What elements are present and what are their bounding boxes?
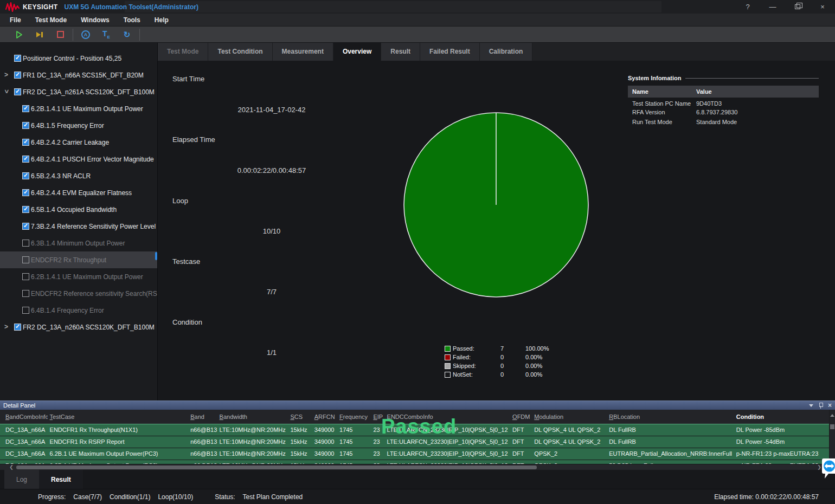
tree-item[interactable]: 6.4B.1.4 Frequency Error xyxy=(0,302,157,319)
tree-item[interactable]: 6.3B.1.4 Minimum Output Power xyxy=(0,235,157,251)
detail-vertical-scrollbar[interactable] xyxy=(829,410,835,464)
tree-item[interactable]: 6.5B.2.4.3 NR ACLR xyxy=(0,167,157,184)
teamviewer-icon[interactable] xyxy=(822,458,835,483)
menu-help[interactable]: Help xyxy=(155,16,169,24)
minimize-button[interactable]: — xyxy=(760,0,785,14)
col-bandwidth[interactable]: Bandwidth xyxy=(217,410,288,424)
col-condition[interactable]: Condition xyxy=(734,410,830,424)
chevron-down-icon[interactable]: > xyxy=(3,89,10,93)
col-bandcomboinfo[interactable]: BandComboInfo xyxy=(0,410,48,424)
tree-item[interactable]: 6.4B.2.4.4 EVM Equalizer Flatness xyxy=(0,184,157,201)
col-rblocation[interactable]: RBLocation xyxy=(607,410,734,424)
menu-windows[interactable]: Windows xyxy=(81,16,110,24)
close-button[interactable]: × xyxy=(810,0,835,14)
test-equipment-button[interactable]: TE xyxy=(96,28,117,42)
tab-test-mode[interactable]: Test Mode xyxy=(158,43,208,61)
tree-item[interactable]: 6.2B.1.4.1 UE Maximum Output Power xyxy=(0,100,157,117)
chevron-right-icon[interactable]: > xyxy=(4,70,8,78)
run-button[interactable] xyxy=(9,28,29,42)
checkbox-checked-icon[interactable] xyxy=(22,223,29,230)
col-modulation[interactable]: Modulation xyxy=(532,410,607,424)
table-row[interactable]: DC_13A_n66A6.2B.1 UE Maximum Output Powe… xyxy=(0,460,830,464)
tree-item-selected[interactable]: ENDCFR2 Rx Throughput xyxy=(0,251,157,268)
tree-item-positioner-control[interactable]: Positioner Control - Position 45,25 xyxy=(0,50,157,67)
tab-overview[interactable]: Overview xyxy=(333,43,381,61)
tab-result[interactable]: Result xyxy=(381,43,420,61)
stop-button[interactable] xyxy=(50,28,70,42)
menu-tools[interactable]: Tools xyxy=(124,16,140,24)
tree-item-fr2-n261a[interactable]: >FR2 DC_13A_n261A SCS120K_DFT_B100M xyxy=(0,83,157,100)
tab-calibration[interactable]: Calibration xyxy=(480,43,533,61)
pin-icon[interactable] xyxy=(819,403,823,409)
checkbox-checked-icon[interactable] xyxy=(22,139,29,146)
cell: DL QPSK_4 UL QPSK_2 xyxy=(532,436,607,448)
checkbox-checked-icon[interactable] xyxy=(14,88,21,95)
checkbox-checked-icon[interactable] xyxy=(22,172,29,179)
checkbox-unchecked-icon[interactable] xyxy=(22,290,29,297)
tab-result-bottom[interactable]: Result xyxy=(39,470,83,489)
tab-measurement[interactable]: Measurement xyxy=(273,43,333,61)
tree-item[interactable]: 7.3B.2.4 Reference Sensitivity Power Lev… xyxy=(0,218,157,235)
help-button[interactable]: ? xyxy=(735,0,760,14)
checkbox-checked-icon[interactable] xyxy=(14,324,21,331)
menu-test-mode[interactable]: Test Mode xyxy=(35,16,67,24)
tree-item[interactable]: 6.4B.2.4.1 PUSCH Error Vector Magnitude xyxy=(0,151,157,167)
checkbox-unchecked-icon[interactable] xyxy=(22,256,29,263)
schedule-button[interactable]: A xyxy=(75,28,96,42)
cell: n66@B13 xyxy=(188,460,217,464)
legend-label: Failed: xyxy=(453,354,500,360)
vscrollbar-thumb[interactable] xyxy=(830,424,834,429)
scroll-left-icon[interactable]: ❮ xyxy=(8,464,15,470)
tree-scrollbar-thumb[interactable] xyxy=(155,252,157,260)
scroll-up-icon[interactable] xyxy=(830,414,834,417)
cell: DL Power -54dBm xyxy=(734,436,830,448)
restore-button[interactable] xyxy=(785,0,810,14)
detail-panel-titlebar[interactable]: Detail Panel × xyxy=(0,400,835,410)
tree-item[interactable]: ENDCFR2 Reference sensitivity Search(RSR… xyxy=(0,285,157,302)
tree-item[interactable]: 6.2B.1.4.1 UE Maximum Output Power xyxy=(0,268,157,285)
app-title: UXM 5G Automation Toolset(Administrator) xyxy=(65,3,198,11)
skip-button[interactable] xyxy=(29,28,50,42)
tab-failed-result[interactable]: Failed Result xyxy=(420,43,480,61)
cell: ENDCFR1 Rx Throughput(N1X1) xyxy=(48,424,189,436)
checkbox-checked-icon[interactable] xyxy=(22,122,29,129)
col-scs[interactable]: SCS xyxy=(288,410,312,424)
detail-horizontal-scrollbar[interactable]: ❮ ❯ xyxy=(0,464,835,470)
tree-item-label: 7.3B.2.4 Reference Sensitivity Power Lev… xyxy=(31,223,156,230)
testcase-label: Testcase xyxy=(172,257,200,266)
checkbox-checked-icon[interactable] xyxy=(22,206,29,213)
table-row[interactable]: DC_13A_n66A6.2B.1 UE Maximum Output Powe… xyxy=(0,448,830,460)
checkbox-checked-icon[interactable] xyxy=(22,156,29,163)
col-frequency[interactable]: Frequency xyxy=(337,410,371,424)
tree-item[interactable]: 6.5B.1.4 Occupied Bandwidth xyxy=(0,201,157,218)
col-band[interactable]: Band xyxy=(188,410,217,424)
col-ofdm[interactable]: OFDM xyxy=(510,410,532,424)
cell: 1745 xyxy=(337,448,371,460)
tree-item-fr2-n260a[interactable]: >FR2 DC_13A_n260A SCS120K_DFT_B100M xyxy=(0,319,157,335)
start-time-label: Start Time xyxy=(172,75,204,83)
refresh-button[interactable]: ↻ xyxy=(117,28,137,42)
panel-menu-caret-icon[interactable] xyxy=(809,404,813,407)
chevron-right-icon[interactable]: > xyxy=(4,322,8,330)
checkbox-unchecked-icon[interactable] xyxy=(22,273,29,280)
checkbox-unchecked-icon[interactable] xyxy=(22,240,29,247)
tree-item[interactable]: 6.4B.1.5 Frequency Error xyxy=(0,117,157,134)
failed-swatch-icon xyxy=(445,354,451,360)
legend-percent: 0.00% xyxy=(525,354,542,360)
menu-file[interactable]: File xyxy=(10,16,21,24)
panel-close-icon[interactable]: × xyxy=(828,402,832,409)
tab-test-condition[interactable]: Test Condition xyxy=(208,43,272,61)
hscrollbar-thumb[interactable] xyxy=(16,466,537,469)
tree-item[interactable]: 6.4B.2.4.2 Carrier Leakage xyxy=(0,134,157,151)
checkbox-checked-icon[interactable] xyxy=(14,55,21,62)
checkbox-unchecked-icon[interactable] xyxy=(22,307,29,314)
tree-item-fr1-n66a[interactable]: >FR1 DC_13A_n66A SCS15K_DFT_B20M xyxy=(0,67,157,83)
col-testcase[interactable]: TestCase xyxy=(48,410,189,424)
tab-log[interactable]: Log xyxy=(4,470,39,489)
checkbox-checked-icon[interactable] xyxy=(22,105,29,112)
col-arfcn[interactable]: ARFCN xyxy=(312,410,337,424)
legend-row-passed: Passed:7100.00% xyxy=(445,344,549,353)
checkbox-checked-icon[interactable] xyxy=(14,72,21,79)
legend-row-notset: NotSet:00.00% xyxy=(445,370,549,379)
checkbox-checked-icon[interactable] xyxy=(22,189,29,196)
